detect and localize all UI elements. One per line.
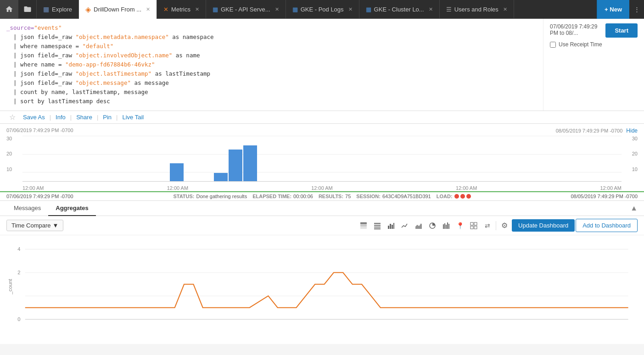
tab-messages[interactable]: Messages xyxy=(6,201,48,216)
viz-pie-icon[interactable] xyxy=(426,219,439,232)
live-tail-link[interactable]: Live Tail xyxy=(119,113,146,122)
viz-compare-icon[interactable]: ⇄ xyxy=(481,219,494,232)
svg-rect-17 xyxy=(447,222,448,229)
new-tab-label: + New xyxy=(605,6,622,13)
users-roles-icon: ☰ xyxy=(446,6,452,13)
update-dashboard-button[interactable]: Update Dashboard xyxy=(512,219,575,232)
viz-grid-icon[interactable] xyxy=(467,219,480,232)
save-as-link[interactable]: Save As xyxy=(20,113,48,122)
svg-rect-1 xyxy=(360,224,367,226)
tab-gke-pod-label: GKE - Pod Logs xyxy=(301,6,344,13)
query-sidebar: 07/06/2019 7:49:29 PM to 08/... Start Us… xyxy=(543,19,644,111)
star-button[interactable]: ☆ xyxy=(6,113,18,122)
tab-gke-api-close[interactable]: ✕ xyxy=(275,6,279,12)
tab-users-roles[interactable]: ☰ Users and Roles ✕ xyxy=(440,0,514,19)
viz-area-icon[interactable] xyxy=(412,219,425,232)
tab-gke-cluster-close[interactable]: ✕ xyxy=(429,6,433,12)
hide-histogram-link[interactable]: Hide xyxy=(626,128,638,134)
svg-rect-20 xyxy=(474,222,477,225)
tab-explore[interactable]: ▦ Explore xyxy=(37,0,79,19)
query-line-3: | where namespace = "default" xyxy=(6,42,537,51)
add-to-dashboard-button[interactable]: Add to Dashboard xyxy=(576,219,638,232)
histogram-bars[interactable] xyxy=(22,136,622,182)
svg-text:4: 4 xyxy=(17,246,20,252)
tab-drilldown[interactable]: ◈ DrillDown From ... ✕ xyxy=(79,0,157,19)
new-tab-button[interactable]: + New xyxy=(597,0,629,19)
hist-y-labels-right: 30 20 10 xyxy=(624,136,638,182)
histogram-bar[interactable] xyxy=(243,145,257,181)
tab-aggregates[interactable]: Aggregates xyxy=(48,201,96,216)
histogram-bar[interactable] xyxy=(229,150,242,181)
share-link[interactable]: Share xyxy=(73,113,95,122)
tab-metrics[interactable]: ✕ Metrics ✕ xyxy=(157,0,206,19)
viz-list-icon[interactable] xyxy=(371,219,384,232)
status-results: RESULTS: 75 xyxy=(319,194,351,199)
tab-gke-pod[interactable]: ▦ GKE - Pod Logs ✕ xyxy=(286,0,359,19)
svg-rect-6 xyxy=(374,227,381,227)
status-info: STATUS: Done gathering results ELAPSED T… xyxy=(173,194,470,199)
use-receipt-label: Use Receipt Time xyxy=(559,41,602,48)
svg-rect-22 xyxy=(474,226,477,229)
query-line-9: | sort by lastTimestamp desc xyxy=(6,97,537,106)
session-key: SESSION: xyxy=(356,194,381,199)
viz-line-icon[interactable] xyxy=(398,219,411,232)
histogram-bar[interactable] xyxy=(170,163,184,181)
query-editor[interactable]: _source="events" | json field=_raw "obje… xyxy=(0,19,543,111)
svg-rect-7 xyxy=(374,228,381,229)
time-compare-button[interactable]: Time Compare ▼ xyxy=(6,220,63,231)
hist-right-time: 08/05/2019 7:49:29 PM -0700 xyxy=(556,128,623,133)
tab-users-roles-close[interactable]: ✕ xyxy=(503,6,507,12)
histogram-area: 07/06/2019 7:49:29 PM -0700 08/05/2019 7… xyxy=(0,124,644,191)
hist-y-labels-left: 30 20 10 xyxy=(6,136,20,182)
svg-rect-21 xyxy=(470,226,473,229)
viz-table-icon[interactable] xyxy=(357,219,370,232)
bottom-panel: Messages Aggregates ▲ Time Compare ▼ xyxy=(0,201,644,344)
svg-rect-0 xyxy=(360,222,367,224)
status-load: LOAD: xyxy=(437,194,471,199)
gke-pod-icon: ▦ xyxy=(292,6,298,13)
status-status: STATUS: Done gathering results xyxy=(173,194,247,199)
tab-gke-cluster-label: GKE - Cluster Lo... xyxy=(374,6,424,13)
tab-users-roles-label: Users and Roles xyxy=(454,6,498,13)
settings-button[interactable]: ⚙ xyxy=(498,219,511,232)
svg-rect-15 xyxy=(444,223,445,229)
line-chart-area: 4 2 0 _count xyxy=(0,235,644,344)
time-compare-label: Time Compare xyxy=(11,222,50,229)
histogram-bar[interactable] xyxy=(214,173,228,181)
tab-metrics-close[interactable]: ✕ xyxy=(195,6,199,12)
info-link[interactable]: Info xyxy=(53,113,68,122)
status-key: STATUS: xyxy=(173,194,194,199)
start-button[interactable]: Start xyxy=(605,23,638,38)
more-icon: ⋮ xyxy=(634,6,640,13)
top-nav: ▦ Explore ◈ DrillDown From ... ✕ ✕ Metri… xyxy=(0,0,644,19)
collapse-button[interactable]: ▲ xyxy=(630,204,638,212)
svg-rect-5 xyxy=(374,225,381,226)
aggregates-toolbar: Time Compare ▼ xyxy=(0,216,644,235)
viz-map-icon[interactable]: 📍 xyxy=(454,219,466,232)
tab-drilldown-close[interactable]: ✕ xyxy=(146,6,150,12)
svg-rect-10 xyxy=(392,225,393,229)
status-elapsed: ELAPSED TIME: 00:00:06 xyxy=(252,194,313,199)
folder-btn[interactable] xyxy=(18,0,37,19)
tab-gke-pod-close[interactable]: ✕ xyxy=(348,6,353,12)
query-line-7: | json field=_raw "object.message" as me… xyxy=(6,78,537,88)
more-menu-button[interactable]: ⋮ xyxy=(629,0,644,19)
hist-x-labels: 12:00 AM 12:00 AM 12:00 AM 12:00 AM 12:0… xyxy=(22,185,622,191)
status-bar: 07/06/2019 7:49:29 PM -0700 STATUS: Done… xyxy=(0,191,644,201)
home-btn[interactable] xyxy=(0,0,18,19)
query-line-source: _source="events" xyxy=(6,23,537,33)
tab-gke-cluster[interactable]: ▦ GKE - Cluster Lo... ✕ xyxy=(359,0,440,19)
use-receipt-checkbox[interactable] xyxy=(550,42,556,48)
grid-icon: ▦ xyxy=(43,6,49,13)
gke-cluster-icon: ▦ xyxy=(366,6,371,13)
tab-gke-api[interactable]: ▦ GKE - API Serve... ✕ xyxy=(206,0,286,19)
pin-link[interactable]: Pin xyxy=(100,113,114,122)
query-area: _source="events" | json field=_raw "obje… xyxy=(0,19,644,111)
load-dot-2 xyxy=(460,194,465,199)
viz-multi-icon[interactable] xyxy=(440,219,453,232)
gke-api-icon: ▦ xyxy=(213,6,218,13)
hist-left-time: 07/06/2019 7:49:29 PM -0700 xyxy=(6,128,73,134)
panel-tabs: Messages Aggregates ▲ xyxy=(0,201,644,216)
results-val: 75 xyxy=(345,194,351,199)
viz-bar-icon[interactable] xyxy=(385,219,398,232)
